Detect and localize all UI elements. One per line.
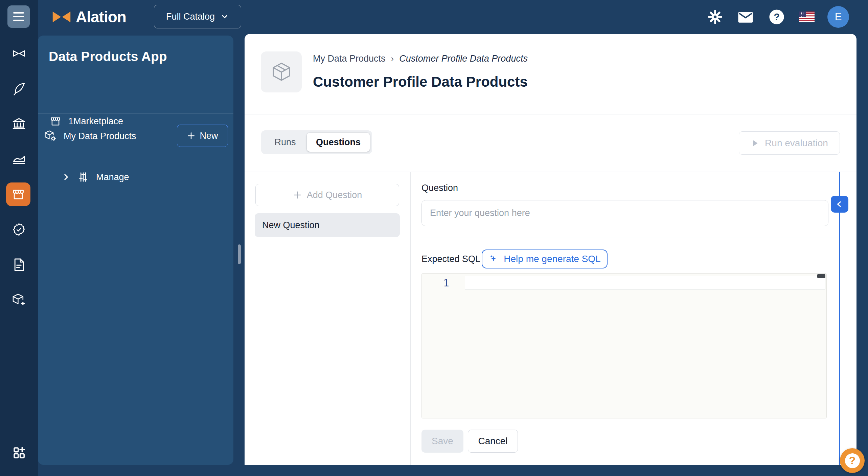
sidebar-item-marketplace[interactable]: 1Marketplace <box>49 115 123 127</box>
help-icon[interactable]: ? <box>769 9 785 25</box>
play-icon <box>751 139 759 148</box>
editor-scrollbar-corner <box>817 274 825 278</box>
question-input[interactable] <box>421 200 828 226</box>
logo-text: Alation <box>76 8 126 26</box>
run-evaluation-button[interactable]: Run evaluation <box>739 131 840 155</box>
question-list-divider <box>410 172 411 465</box>
add-question-button[interactable]: Add Question <box>255 184 399 206</box>
header-divider <box>245 114 856 114</box>
question-field-label: Question <box>421 183 458 193</box>
mail-icon[interactable] <box>737 9 754 25</box>
data-products-sidebar: Data Products App 1Marketplace My Data P… <box>38 36 233 465</box>
expected-sql-label: Expected SQL <box>421 254 480 264</box>
question-list-item[interactable]: New Question <box>255 213 400 237</box>
breadcrumb: My Data Products › Customer Profile Data… <box>313 53 528 64</box>
alation-mark-icon[interactable] <box>0 41 38 66</box>
user-avatar[interactable]: E <box>827 6 849 28</box>
help-generate-sql-label: Help me generate SQL <box>504 254 600 264</box>
package-sparkle-icon[interactable] <box>0 288 38 312</box>
help-fab[interactable]: ? <box>840 448 865 473</box>
sidebar-my-data-products-label: My Data Products <box>64 131 136 142</box>
document-icon[interactable] <box>0 253 38 277</box>
badge-check-icon[interactable] <box>0 217 38 242</box>
breadcrumb-separator-icon: › <box>391 53 394 64</box>
run-evaluation-label: Run evaluation <box>765 138 828 149</box>
page-title: Customer Profile Data Products <box>313 74 528 90</box>
alation-logo-mark-icon <box>51 7 72 26</box>
sidebar-divider <box>38 113 233 113</box>
collapse-panel-button[interactable] <box>831 196 848 213</box>
us-flag-icon[interactable] <box>799 12 815 22</box>
store-icon <box>49 115 62 127</box>
settings-gear-icon[interactable] <box>707 9 723 25</box>
avatar-initial: E <box>835 11 842 23</box>
catalog-selector[interactable]: Full Catalog <box>154 5 241 28</box>
hamburger-menu-icon[interactable] <box>7 5 30 28</box>
sql-code-editor[interactable]: 1 <box>421 273 827 418</box>
tab-bar: Runs Questions <box>261 130 372 154</box>
open-box-icon <box>270 60 293 84</box>
form-divider <box>421 238 839 238</box>
chevron-left-icon <box>835 200 844 209</box>
breadcrumb-parent[interactable]: My Data Products <box>313 53 386 64</box>
question-item-label: New Question <box>262 220 320 231</box>
data-product-icon-tile <box>261 51 302 92</box>
chevron-right-icon <box>62 173 70 181</box>
editor-line-number: 1 <box>439 277 453 289</box>
main-content-card: My Data Products › Customer Profile Data… <box>245 34 856 465</box>
quill-icon[interactable] <box>0 77 38 101</box>
editor-active-line[interactable] <box>465 276 825 289</box>
sidebar-divider <box>38 157 233 157</box>
plus-icon <box>293 190 302 200</box>
alation-logo[interactable]: Alation <box>51 7 126 26</box>
help-generate-sql-button[interactable]: Help me generate SQL <box>482 250 608 268</box>
bank-icon[interactable] <box>0 112 38 136</box>
sidebar-manage-label: Manage <box>96 172 129 182</box>
tabs-divider <box>245 172 856 172</box>
sidebar-marketplace-label: 1Marketplace <box>68 116 123 127</box>
sidebar-item-manage[interactable]: Manage <box>62 171 129 183</box>
plus-icon <box>187 131 196 140</box>
catalog-selector-label: Full Catalog <box>166 12 215 22</box>
sidebar-item-my-data-products[interactable]: My Data Products <box>44 130 136 143</box>
add-question-label: Add Question <box>307 190 362 200</box>
area-chart-icon[interactable] <box>0 147 38 171</box>
content-scrollbar-thumb[interactable] <box>238 244 241 264</box>
apps-grid-plus-icon[interactable] <box>0 440 38 465</box>
sliders-icon <box>77 171 89 183</box>
left-icon-rail <box>0 0 38 476</box>
save-button[interactable]: Save <box>421 430 463 453</box>
chevron-down-icon <box>220 12 229 21</box>
sparkle-icon <box>488 254 499 264</box>
tab-questions[interactable]: Questions <box>307 133 370 152</box>
panel-resize-divider[interactable] <box>839 172 840 465</box>
sidebar-app-title: Data Products App <box>49 49 167 64</box>
cancel-button[interactable]: Cancel <box>468 430 518 453</box>
svg-text:?: ? <box>774 12 780 22</box>
help-fab-question-mark: ? <box>845 453 860 468</box>
marketplace-store-icon[interactable] <box>6 182 30 206</box>
new-data-product-button[interactable]: New <box>177 125 228 147</box>
new-button-label: New <box>200 131 218 141</box>
tab-runs[interactable]: Runs <box>264 133 307 152</box>
breadcrumb-current: Customer Profile Data Products <box>399 53 528 64</box>
data-product-box-gear-icon <box>44 130 57 143</box>
